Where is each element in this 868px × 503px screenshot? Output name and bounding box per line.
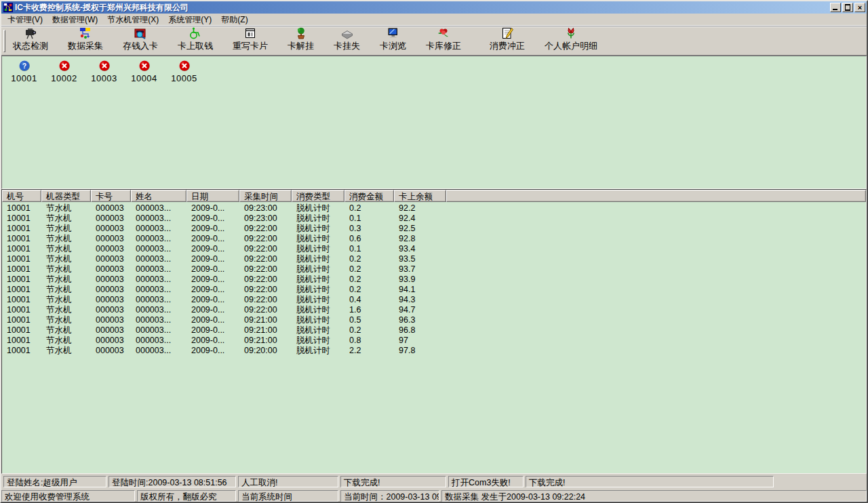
device-item-10001[interactable]: ?10001	[9, 60, 39, 83]
cell-姓名: 000003...	[131, 264, 186, 275]
menu-item-2[interactable]: 数据管理(W)	[47, 13, 102, 27]
toolbar-button-6[interactable]: 卡解挂	[283, 28, 319, 54]
cell-卡号: 000003	[91, 315, 131, 325]
status-top-panel-5: 打开Com3失败!	[448, 476, 524, 487]
cell-姓名: 000003...	[131, 305, 186, 315]
toolbar-button-9[interactable]: 卡库修正	[421, 28, 466, 54]
device-status-panel: ?1000110002100031000410005	[1, 56, 867, 189]
toolbar-button-label: 个人帐户明细	[545, 40, 597, 52]
cell-卡号: 000003	[91, 264, 131, 275]
cell-日期: 2009-0...	[186, 295, 239, 305]
tulip-icon	[564, 26, 578, 40]
table-row[interactable]: 10001节水机000003000003...2009-0...09:22:00…	[2, 295, 866, 305]
cell-机号: 10001	[2, 336, 41, 346]
table-row[interactable]: 10001节水机000003000003...2009-0...09:21:00…	[2, 336, 866, 346]
question-circle-icon: ?	[19, 60, 30, 71]
cell-机号: 10001	[2, 214, 41, 224]
toolbar-button-4[interactable]: 卡上取钱	[173, 28, 218, 54]
device-item-10004[interactable]: 10004	[129, 60, 159, 83]
table-row[interactable]: 10001节水机000003000003...2009-0...09:22:00…	[2, 275, 866, 285]
column-header-1[interactable]: 机号	[2, 190, 41, 202]
toolbar-button-3[interactable]: 存钱入卡	[118, 28, 163, 54]
cell-日期: 2009-0...	[186, 315, 239, 325]
cell-机号: 10001	[2, 325, 41, 336]
cell-机号: 10001	[2, 264, 41, 275]
column-header-4[interactable]: 姓名	[131, 190, 186, 202]
cell-采集时间: 09:21:00	[239, 315, 292, 325]
cell-日期: 2009-0...	[186, 234, 239, 244]
cell-姓名: 000003...	[131, 244, 186, 254]
column-header-5[interactable]: 日期	[186, 190, 239, 202]
cell-姓名: 000003...	[131, 234, 186, 244]
column-header-8[interactable]: 消费金额	[344, 190, 394, 202]
cell-机器类型: 节水机	[41, 264, 91, 275]
minimize-button[interactable]	[830, 3, 841, 12]
table-row[interactable]: 10001节水机000003000003...2009-0...09:22:00…	[2, 244, 866, 254]
cell-机号: 10001	[2, 285, 41, 295]
table-row[interactable]: 10001节水机000003000003...2009-0...09:22:00…	[2, 285, 866, 295]
table-row[interactable]: 10001节水机000003000003...2009-0...09:20:00…	[2, 346, 866, 356]
cell-卡上余额: 92.4	[394, 214, 446, 224]
toolbar-button-7[interactable]: 卡挂失	[329, 28, 365, 54]
cell-采集时间: 09:20:00	[239, 346, 292, 356]
table-row[interactable]: 10001节水机000003000003...2009-0...09:21:00…	[2, 325, 866, 336]
cell-卡上余额: 94.1	[394, 285, 446, 295]
cell-机器类型: 节水机	[41, 203, 91, 214]
cell-卡上余额: 94.7	[394, 305, 446, 315]
toolbar-button-8[interactable]: 卡浏览	[375, 28, 411, 54]
status-bottom-panel-4: 当前时间：2009-03-13 09:23:12	[340, 490, 439, 502]
restore-button[interactable]	[842, 3, 853, 12]
device-item-10005[interactable]: 10005	[169, 60, 199, 83]
table-row[interactable]: 10001节水机000003000003...2009-0...09:22:00…	[2, 254, 866, 264]
cell-机号: 10001	[2, 305, 41, 315]
cell-卡上余额: 93.7	[394, 264, 446, 275]
cell-消费类型: 脱机计时	[292, 234, 344, 244]
status-top-panel-4: 下载完成!	[340, 476, 446, 487]
table-row[interactable]: 10001节水机000003000003...2009-0...09:22:00…	[2, 234, 866, 244]
table-row[interactable]: 10001节水机000003000003...2009-0...09:23:00…	[2, 214, 866, 224]
toolbar-button-1[interactable]: 状态检测	[8, 28, 53, 54]
cell-采集时间: 09:22:00	[239, 244, 292, 254]
toolbar-button-5[interactable]: 重写卡片	[228, 28, 273, 54]
table-row[interactable]: 10001节水机000003000003...2009-0...09:22:00…	[2, 264, 866, 275]
column-header-9[interactable]: 卡上余额	[394, 190, 446, 202]
toolbar-button-10[interactable]: 消费冲正	[485, 28, 530, 54]
menu-item-1[interactable]: 卡管理(V)	[3, 13, 47, 27]
toolbar-button-2[interactable]: 数据采集	[63, 28, 108, 54]
menu-item-4[interactable]: 系统管理(Y)	[163, 13, 216, 27]
toolbar-button-label: 卡浏览	[380, 40, 406, 52]
column-header-6[interactable]: 采集时间	[239, 190, 292, 202]
cell-消费类型: 脱机计时	[292, 254, 344, 264]
close-button[interactable]: ×	[854, 3, 865, 12]
menu-item-3[interactable]: 节水机管理(X)	[102, 13, 163, 27]
cell-卡号: 000003	[91, 295, 131, 305]
cell-卡号: 000003	[91, 224, 131, 234]
cell-消费类型: 脱机计时	[292, 315, 344, 325]
device-item-10003[interactable]: 10003	[89, 60, 119, 83]
cell-消费类型: 脱机计时	[292, 346, 344, 356]
cell-姓名: 000003...	[131, 285, 186, 295]
cell-姓名: 000003...	[131, 203, 186, 214]
menu-item-5[interactable]: 帮助(Z)	[216, 13, 252, 27]
column-header-7[interactable]: 消费类型	[292, 190, 344, 202]
restore-icon	[845, 5, 850, 10]
column-header-3[interactable]: 卡号	[91, 190, 131, 202]
column-header-2[interactable]: 机器类型	[41, 190, 91, 202]
toolbar-grip[interactable]	[3, 30, 5, 52]
table-row[interactable]: 10001节水机000003000003...2009-0...09:23:00…	[2, 203, 866, 214]
cell-卡上余额: 92.8	[394, 234, 446, 244]
table-row[interactable]: 10001节水机000003000003...2009-0...09:22:00…	[2, 305, 866, 315]
table-row[interactable]: 10001节水机000003000003...2009-0...09:22:00…	[2, 224, 866, 234]
cell-卡上余额: 96.3	[394, 315, 446, 325]
device-id: 10002	[51, 73, 77, 83]
cell-消费金额: 0.2	[344, 325, 394, 336]
cell-消费金额: 0.2	[344, 254, 394, 264]
cell-机器类型: 节水机	[41, 336, 91, 346]
toolbar-button-11[interactable]: 个人帐户明细	[540, 28, 602, 54]
cell-消费金额: 0.2	[344, 275, 394, 285]
table-row[interactable]: 10001节水机000003000003...2009-0...09:21:00…	[2, 315, 866, 325]
device-item-10002[interactable]: 10002	[49, 60, 79, 83]
cell-机器类型: 节水机	[41, 234, 91, 244]
status-bar-top: 登陆姓名:超级用户登陆时间:2009-03-13 08:51:56人工取消!下载…	[1, 474, 867, 487]
cell-采集时间: 09:22:00	[239, 224, 292, 234]
